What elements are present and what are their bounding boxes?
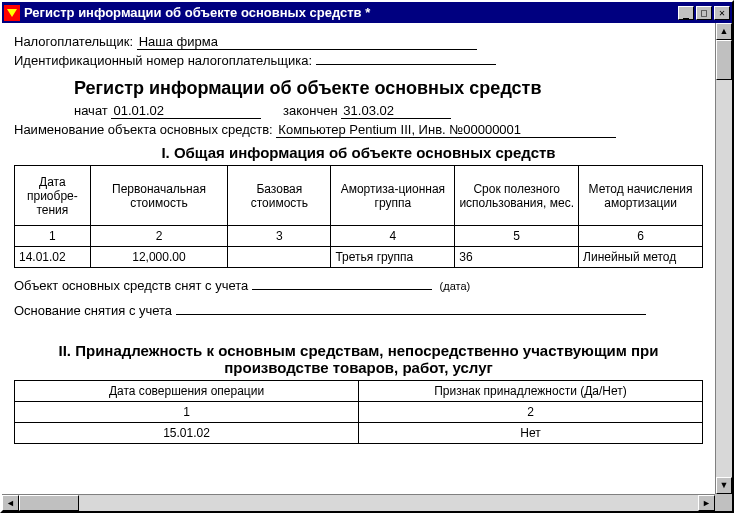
- taxpayer-line: Налогоплательщик: Наша фирма: [14, 34, 703, 50]
- scroll-corner: [715, 494, 732, 511]
- col-num: 4: [331, 226, 455, 247]
- document-content: Налогоплательщик: Наша фирма Идентификац…: [2, 23, 715, 494]
- col-num: 2: [90, 226, 228, 247]
- col-num: 1: [15, 402, 359, 423]
- table-header-row: Дата приобре-тения Первоначальная стоимо…: [15, 166, 703, 226]
- scroll-track[interactable]: [19, 495, 698, 511]
- table-num-row: 1 2: [15, 402, 703, 423]
- period-end-label: закончен: [283, 103, 338, 118]
- vertical-scrollbar[interactable]: ▲ ▼: [715, 23, 732, 494]
- table-header-row: Дата совершения операции Признак принадл…: [15, 381, 703, 402]
- period-line: начат 01.01.02 закончен 31.03.02: [74, 103, 703, 119]
- window-title: Регистр информации об объекте основных с…: [24, 5, 678, 20]
- removal-label: Объект основных средств снят с учета: [14, 278, 248, 293]
- period-start-value[interactable]: 01.01.02: [111, 103, 261, 119]
- window-controls: _ □ ✕: [678, 6, 730, 20]
- cell: 36: [455, 247, 579, 268]
- section1-title: I. Общая информация об объекте основных …: [14, 144, 703, 161]
- close-button[interactable]: ✕: [714, 6, 730, 20]
- scroll-right-button[interactable]: ►: [698, 495, 715, 511]
- col-header: Амортиза-ционная группа: [331, 166, 455, 226]
- app-window: Регистр информации об объекте основных с…: [0, 0, 734, 513]
- inn-line: Идентификационный номер налогоплательщик…: [14, 53, 703, 68]
- cell: 15.01.02: [15, 423, 359, 444]
- col-num: 1: [15, 226, 91, 247]
- taxpayer-label: Налогоплательщик:: [14, 34, 133, 49]
- object-line: Наименование объекта основных средств: К…: [14, 122, 703, 138]
- removal-value[interactable]: [252, 289, 432, 290]
- section2-title: II. Принадлежность к основным средствам,…: [14, 342, 703, 376]
- table-row: 14.01.02 12,000.00 Третья группа 36 Лине…: [15, 247, 703, 268]
- section2-table: Дата совершения операции Признак принадл…: [14, 380, 703, 444]
- col-num: 5: [455, 226, 579, 247]
- bottom-scroll-row: ◄ ►: [2, 494, 732, 511]
- object-value[interactable]: Компьютер Pentium III, Инв. №00000001: [276, 122, 616, 138]
- section1-table: Дата приобре-тения Первоначальная стоимо…: [14, 165, 703, 268]
- cell: 12,000.00: [90, 247, 228, 268]
- removal-line: Объект основных средств снят с учета (да…: [14, 278, 703, 293]
- inn-value[interactable]: [316, 64, 496, 65]
- col-header: Срок полезного использования, мес.: [455, 166, 579, 226]
- table-num-row: 1 2 3 4 5 6: [15, 226, 703, 247]
- removal-date-note: (дата): [440, 280, 471, 292]
- minimize-button[interactable]: _: [678, 6, 694, 20]
- taxpayer-value[interactable]: Наша фирма: [137, 34, 477, 50]
- col-header: Дата совершения операции: [15, 381, 359, 402]
- scroll-down-button[interactable]: ▼: [716, 477, 732, 494]
- cell: [228, 247, 331, 268]
- cell: Линейный метод: [579, 247, 703, 268]
- inn-label: Идентификационный номер налогоплательщик…: [14, 53, 312, 68]
- scroll-up-button[interactable]: ▲: [716, 23, 732, 40]
- period-start-label: начат: [74, 103, 108, 118]
- col-header: Первоначальная стоимость: [90, 166, 228, 226]
- col-header: Признак принадлежности (Да/Нет): [359, 381, 703, 402]
- scroll-thumb[interactable]: [19, 495, 79, 511]
- cell: 14.01.02: [15, 247, 91, 268]
- reason-line: Основание снятия с учета: [14, 303, 703, 318]
- body: Налогоплательщик: Наша фирма Идентификац…: [2, 23, 732, 494]
- cell: Нет: [359, 423, 703, 444]
- reason-label: Основание снятия с учета: [14, 303, 172, 318]
- col-num: 3: [228, 226, 331, 247]
- col-num: 6: [579, 226, 703, 247]
- object-label: Наименование объекта основных средств:: [14, 122, 273, 137]
- period-end-value[interactable]: 31.03.02: [341, 103, 451, 119]
- scroll-track[interactable]: [716, 40, 732, 477]
- reason-value[interactable]: [176, 314, 646, 315]
- titlebar: Регистр информации об объекте основных с…: [2, 2, 732, 23]
- maximize-button[interactable]: □: [696, 6, 712, 20]
- cell: Третья группа: [331, 247, 455, 268]
- col-header: Дата приобре-тения: [15, 166, 91, 226]
- col-header: Базовая стоимость: [228, 166, 331, 226]
- scroll-thumb[interactable]: [716, 40, 732, 80]
- col-header: Метод начисления амортизации: [579, 166, 703, 226]
- col-num: 2: [359, 402, 703, 423]
- table-row: 15.01.02 Нет: [15, 423, 703, 444]
- report-title: Регистр информации об объекте основных с…: [74, 78, 703, 99]
- app-icon: [4, 5, 20, 21]
- scroll-left-button[interactable]: ◄: [2, 495, 19, 511]
- horizontal-scrollbar[interactable]: ◄ ►: [2, 494, 715, 511]
